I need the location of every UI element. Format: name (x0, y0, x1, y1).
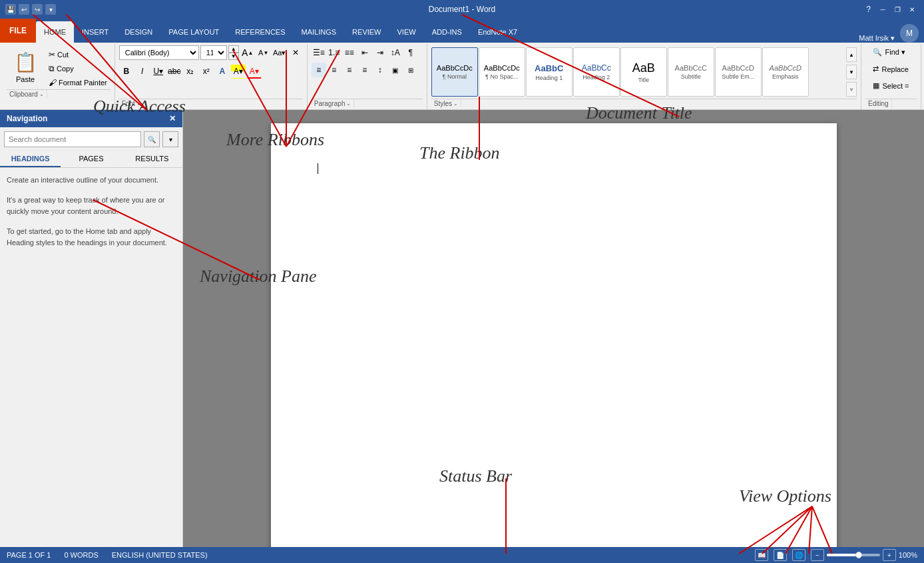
grow-font-button[interactable]: A▲ (240, 45, 255, 60)
clear-formatting-button[interactable]: ✕ (288, 45, 303, 60)
line-spacing-button[interactable]: ↕ (373, 63, 387, 77)
clipboard-group-label[interactable]: Clipboard ⌄ (7, 90, 47, 99)
tab-mailings[interactable]: MAILINGS (294, 21, 345, 43)
language-indicator[interactable]: ENGLISH (UNITED STATES) (112, 551, 208, 559)
style-heading1[interactable]: AaBbC Heading 1 (526, 47, 573, 97)
zoom-slider[interactable] (827, 554, 880, 556)
show-formatting-button[interactable]: ¶ (403, 45, 418, 60)
print-layout-button[interactable]: 📄 (774, 549, 787, 561)
nav-tab-pages[interactable]: PAGES (61, 151, 121, 167)
style-heading2-preview: AaBbCc (582, 63, 611, 73)
shrink-font-button[interactable]: A▼ (256, 45, 271, 60)
zoom-in-button[interactable]: + (883, 549, 896, 561)
clipboard-expand-icon[interactable]: ⌄ (39, 91, 44, 97)
tab-review[interactable]: REVIEW (344, 21, 389, 43)
font-color-button[interactable]: A▾ (247, 64, 262, 79)
bold-button[interactable]: B (119, 64, 134, 79)
main-area: Navigation ✕ 🔍 ▾ HEADINGS PAGES RESULTS … (0, 110, 924, 547)
superscript-button[interactable]: x² (199, 64, 214, 79)
user-avatar[interactable]: M (900, 24, 919, 43)
search-input[interactable] (4, 131, 141, 147)
find-button[interactable]: 🔍 Find ▾ (868, 45, 909, 59)
underline-button[interactable]: U▾ (151, 64, 166, 79)
style-emphasis[interactable]: AaBbCcD Emphasis (762, 47, 809, 97)
document-page[interactable] (271, 123, 837, 547)
editing-group-label[interactable]: Editing (865, 99, 892, 108)
close-button[interactable]: ✕ (905, 4, 919, 15)
align-center-button[interactable]: ≡ (327, 63, 342, 77)
style-no-spacing[interactable]: AaBbCcDc ¶ No Spac... (479, 47, 525, 97)
replace-button[interactable]: ⇄ Replace (868, 62, 913, 76)
styles-group-label[interactable]: Styles ⌄ (431, 99, 461, 108)
style-normal[interactable]: AaBbCcDc ¶ Normal (431, 47, 478, 97)
bullets-button[interactable]: ☰≡ (312, 45, 326, 60)
read-mode-button[interactable]: 📖 (755, 549, 768, 561)
paragraph-expand-icon[interactable]: ⌄ (346, 101, 351, 107)
select-button[interactable]: ▦ Select = (868, 79, 913, 93)
font-name-selector[interactable]: Calibri (Body) (119, 45, 199, 60)
text-effects-button[interactable]: A (215, 64, 230, 79)
align-right-button[interactable]: ≡ (342, 63, 357, 77)
save-icon[interactable]: 💾 (5, 4, 16, 15)
tab-insert[interactable]: INSERT (74, 21, 116, 43)
align-left-button[interactable]: ≡ (312, 63, 326, 77)
zoom-out-button[interactable]: − (811, 549, 824, 561)
styles-scroll-down[interactable]: ▼ (846, 65, 857, 79)
nav-close-icon[interactable]: ✕ (169, 114, 176, 123)
word-count[interactable]: 0 WORDS (64, 551, 98, 559)
tab-add-ins[interactable]: ADD-INS (424, 21, 470, 43)
minimize-button[interactable]: ─ (876, 4, 889, 15)
tab-home[interactable]: HOME (36, 21, 74, 43)
style-heading2[interactable]: AaBbCc Heading 2 (573, 47, 620, 97)
tab-file[interactable]: FILE (0, 19, 36, 43)
borders-button[interactable]: ⊞ (403, 63, 418, 77)
redo-icon[interactable]: ↪ (32, 4, 43, 15)
tab-page-layout[interactable]: PAGE LAYOUT (160, 21, 227, 43)
strikethrough-button[interactable]: abc (167, 64, 182, 79)
nav-tab-results[interactable]: RESULTS (122, 151, 182, 167)
subscript-button[interactable]: x₂ (183, 64, 198, 79)
nav-tab-headings[interactable]: HEADINGS (0, 151, 61, 167)
multilevel-list-button[interactable]: ≡≡ (342, 45, 357, 60)
document-area[interactable] (183, 110, 924, 547)
style-title[interactable]: AaB Title (620, 47, 667, 97)
tab-endnote[interactable]: EndNote X7 (470, 21, 525, 43)
italic-button[interactable]: I (135, 64, 150, 79)
customize-quick-access-icon[interactable]: ▾ (45, 4, 56, 15)
copy-button[interactable]: ⧉ Copy (45, 62, 111, 75)
user-name[interactable]: Matt Irsik ▾ (859, 34, 895, 43)
paste-button[interactable]: 📋 Paste (7, 45, 44, 87)
change-case-button[interactable]: Aa▾ (272, 45, 287, 60)
font-size-selector[interactable]: 11 89101112141618202428364872 (200, 45, 227, 60)
search-button[interactable]: 🔍 (144, 131, 160, 147)
font-group-label[interactable]: Font ⌄ (119, 99, 144, 108)
sort-button[interactable]: ↕A (388, 45, 403, 60)
styles-more[interactable]: ▿ (846, 82, 857, 97)
text-highlight-button[interactable]: A▾ (231, 64, 246, 79)
cut-button[interactable]: ✂ Cut (45, 48, 111, 61)
tab-design[interactable]: DESIGN (116, 21, 160, 43)
page-count[interactable]: PAGE 1 OF 1 (7, 551, 51, 559)
decrease-indent-button[interactable]: ⇤ (357, 45, 372, 60)
zoom-percentage[interactable]: 100% (899, 551, 917, 559)
tab-view[interactable]: VIEW (389, 21, 424, 43)
style-subtitle[interactable]: AaBbCcC Subtitle (668, 47, 714, 97)
font-expand-icon[interactable]: ⌄ (136, 101, 141, 107)
styles-expand-icon[interactable]: ⌄ (453, 101, 458, 107)
help-button[interactable]: ? (866, 5, 871, 14)
format-painter-button[interactable]: 🖌 Format Painter (45, 76, 111, 89)
restore-button[interactable]: ❐ (891, 4, 904, 15)
styles-scroll-up[interactable]: ▲ (846, 47, 857, 62)
shading-button[interactable]: ▣ (388, 63, 403, 77)
style-subtle-emphasis[interactable]: AaBbCcD Subtle Em... (715, 47, 762, 97)
web-layout-button[interactable]: 🌐 (792, 549, 806, 561)
numbering-button[interactable]: 1.≡ (327, 45, 342, 60)
search-options-button[interactable]: ▾ (162, 131, 178, 147)
tab-references[interactable]: REFERENCES (227, 21, 293, 43)
undo-icon[interactable]: ↩ (19, 4, 29, 15)
justify-button[interactable]: ≡ (357, 63, 372, 77)
increase-indent-button[interactable]: ⇥ (373, 45, 387, 60)
font-size-increase-button[interactable]: ▲ (228, 45, 239, 53)
paragraph-group-label[interactable]: Paragraph ⌄ (312, 99, 355, 108)
font-size-decrease-button[interactable]: ▼ (228, 53, 239, 60)
